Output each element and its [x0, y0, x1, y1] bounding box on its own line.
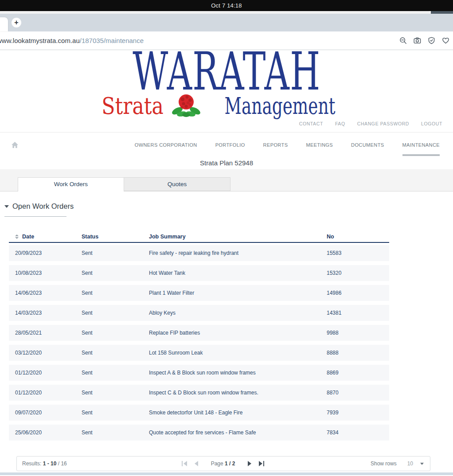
table-row[interactable]: 14/06/2023 Sent Plant 1 Water Filter 149…	[9, 285, 389, 301]
cell-no: 7834	[327, 429, 389, 436]
cell-date: 01/12/2020	[15, 390, 82, 396]
cell-job-summary: Plant 1 Water Filter	[149, 290, 327, 296]
page-indicator: Page 1 / 2	[211, 460, 235, 467]
cell-job-summary: Abloy Keys	[149, 310, 327, 316]
chevron-down-icon[interactable]	[420, 463, 424, 465]
cell-job-summary: Replace FIP batteries	[149, 330, 327, 336]
table-row[interactable]: 14/03/2023 Sent Abloy Keys 14381	[9, 305, 389, 321]
previous-page-button[interactable]	[194, 461, 198, 466]
cell-date: 01/12/2020	[15, 370, 82, 376]
bottom-edge-strip	[0, 472, 453, 475]
nav-maintenance[interactable]: MAINTENANCE	[402, 133, 440, 157]
nav-owners-corporation[interactable]: OWNERS CORPORATION	[135, 133, 197, 157]
cell-no: 15583	[327, 250, 389, 256]
system-status-bar: Oct 7 14:18	[0, 0, 453, 11]
new-tab-button[interactable]: +	[12, 18, 21, 27]
cell-no: 7939	[327, 410, 389, 416]
cell-status: Sent	[82, 270, 149, 276]
tab-quotes[interactable]: Quotes	[124, 177, 230, 191]
nav-meetings[interactable]: MEETINGS	[306, 133, 333, 157]
cell-job-summary: Lot 158 Sunroom Leak	[149, 350, 327, 356]
nav-logout[interactable]: LOGOUT	[421, 121, 442, 126]
page-title: Strata Plan 52948	[0, 157, 453, 169]
cell-no: 9988	[327, 330, 389, 336]
shield-check-icon[interactable]	[428, 37, 435, 44]
cell-status: Sent	[82, 350, 149, 356]
site-logo[interactable]: WARATAH Strata	[0, 50, 453, 115]
cell-no: 8888	[327, 350, 389, 356]
table-row[interactable]: 09/07/2020 Sent Smoke detectorfor Unit 1…	[9, 405, 389, 421]
cell-date: 10/08/2023	[15, 270, 82, 276]
nav-faq[interactable]: FAQ	[335, 121, 345, 126]
next-page-button[interactable]	[248, 461, 252, 466]
cell-job-summary: Inspect A & B Block sun room window fram…	[149, 370, 327, 376]
content-tabs: Work Orders Quotes	[0, 169, 453, 191]
cell-status: Sent	[82, 410, 149, 416]
nav-documents[interactable]: DOCUMENTS	[351, 133, 384, 157]
cell-status: Sent	[82, 429, 149, 436]
screenshot-camera-icon[interactable]	[414, 37, 421, 44]
zoom-out-icon[interactable]	[399, 37, 407, 44]
table-header-row: Date Status Job Summary No	[9, 231, 389, 243]
open-work-orders-toggle[interactable]: Open Work Orders	[4, 202, 453, 211]
cell-status: Sent	[82, 290, 149, 296]
cell-date: 20/09/2023	[15, 250, 82, 256]
cell-job-summary: Smoke detectorfor Unit 148 - Eagle Fire	[149, 410, 327, 416]
cell-no: 14986	[327, 290, 389, 296]
cell-date: 14/03/2023	[15, 310, 82, 316]
main-nav: OWNERS CORPORATION PORTFOLIO REPORTS MEE…	[0, 133, 453, 157]
column-header-job-summary[interactable]: Job Summary	[149, 234, 327, 240]
home-icon[interactable]	[11, 141, 19, 148]
table-row[interactable]: 01/12/2020 Sent Inspect C & D Block sun …	[9, 385, 389, 401]
collapse-triangle-icon	[4, 205, 9, 208]
cell-status: Sent	[82, 370, 149, 376]
results-summary: Results: 1 - 10 / 16	[17, 460, 182, 467]
logo-wordmark: WARATAH	[133, 51, 320, 92]
screen: Oct 7 14:18 + www.lookatmystrata.com.au/…	[0, 0, 453, 476]
last-page-button[interactable]	[258, 461, 264, 466]
cell-status: Sent	[82, 330, 149, 336]
sort-icon	[15, 234, 19, 239]
section-title: Open Work Orders	[12, 202, 74, 211]
page-value: 1 / 2	[225, 460, 235, 467]
address-bar-actions	[399, 37, 453, 44]
cell-job-summary: Inspect C & D Block sun room window fram…	[149, 390, 327, 396]
pagination-bar: Results: 1 - 10 / 16 Page 1 / 2 Show row	[16, 456, 430, 471]
column-header-no[interactable]: No	[327, 234, 389, 240]
cell-date: 25/06/2020	[15, 429, 82, 436]
browser-tab[interactable]	[0, 17, 8, 31]
nav-change-password[interactable]: CHANGE PASSWORD	[357, 121, 409, 126]
results-range: 1 - 10	[43, 460, 57, 467]
table-row[interactable]: 01/12/2020 Sent Inspect A & B Block sun …	[9, 365, 389, 381]
cell-job-summary: Hot Water Tank	[149, 270, 327, 276]
cell-status: Sent	[82, 390, 149, 396]
nav-portfolio[interactable]: PORTFOLIO	[215, 133, 245, 157]
cell-status: Sent	[82, 310, 149, 316]
nav-reports[interactable]: REPORTS	[263, 133, 288, 157]
cell-no: 8869	[327, 370, 389, 376]
cell-date: 28/05/2021	[15, 330, 82, 336]
logo-management-text: Management	[224, 93, 335, 119]
cell-status: Sent	[82, 250, 149, 256]
logo-strata-text: Strata	[102, 93, 164, 119]
cell-date: 03/12/2020	[15, 350, 82, 356]
tab-work-orders[interactable]: Work Orders	[18, 177, 124, 191]
table-row[interactable]: 25/06/2020 Sent Quote accepted for fire …	[9, 425, 389, 441]
column-header-date[interactable]: Date	[15, 234, 82, 240]
first-page-button[interactable]	[182, 461, 187, 466]
nav-contact[interactable]: CONTACT	[299, 121, 323, 126]
url-domain: www.lookatmystrata.com.au	[0, 37, 80, 44]
browser-tab-bar: +	[0, 14, 453, 31]
results-total: / 16	[58, 460, 67, 467]
column-header-status[interactable]: Status	[82, 234, 149, 240]
table-row[interactable]: 28/05/2021 Sent Replace FIP batteries 99…	[9, 325, 389, 341]
show-rows-value[interactable]: 10	[407, 460, 413, 467]
bookmark-heart-icon[interactable]	[442, 37, 449, 44]
system-clock: Oct 7 14:18	[211, 2, 242, 9]
table-row[interactable]: 03/12/2020 Sent Lot 158 Sunroom Leak 888…	[9, 345, 389, 361]
cell-date: 14/06/2023	[15, 290, 82, 296]
cell-job-summary: Fire safety - repair leaking fire hydran…	[149, 250, 327, 256]
table-row[interactable]: 20/09/2023 Sent Fire safety - repair lea…	[9, 245, 389, 261]
table-row[interactable]: 10/08/2023 Sent Hot Water Tank 15320	[9, 265, 389, 281]
cell-no: 14381	[327, 310, 389, 316]
